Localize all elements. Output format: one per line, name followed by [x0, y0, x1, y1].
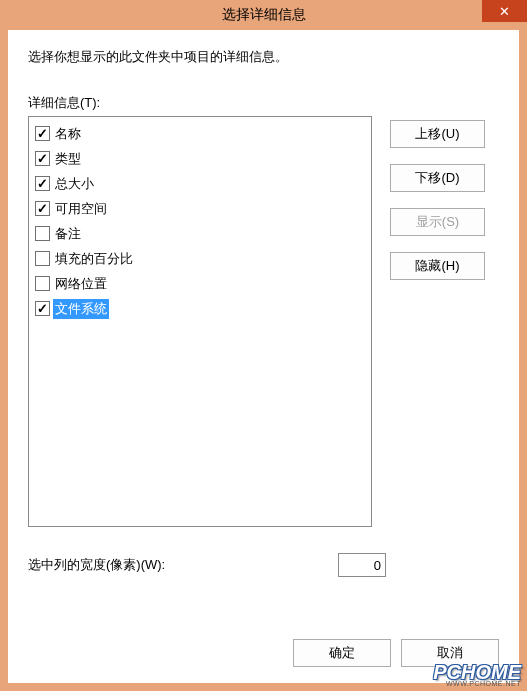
list-item-label: 网络位置 [53, 274, 109, 294]
list-item[interactable]: 名称 [35, 121, 365, 146]
show-button[interactable]: 显示(S) [390, 208, 485, 236]
list-item-label: 名称 [53, 124, 83, 144]
move-up-button[interactable]: 上移(U) [390, 120, 485, 148]
close-button[interactable]: ✕ [482, 0, 527, 22]
width-row: 选中列的宽度(像素)(W): [28, 553, 499, 577]
list-item-label: 备注 [53, 224, 83, 244]
checkbox[interactable] [35, 176, 50, 191]
instruction-text: 选择你想显示的此文件夹中项目的详细信息。 [28, 48, 499, 66]
list-item[interactable]: 网络位置 [35, 271, 365, 296]
list-item[interactable]: 类型 [35, 146, 365, 171]
list-item-label: 类型 [53, 149, 83, 169]
bottom-buttons: 确定 取消 [293, 639, 499, 667]
list-item[interactable]: 备注 [35, 221, 365, 246]
checkbox[interactable] [35, 126, 50, 141]
list-item-label: 文件系统 [53, 299, 109, 319]
list-item-label: 可用空间 [53, 199, 109, 219]
list-item[interactable]: 文件系统 [35, 296, 365, 321]
checkbox[interactable] [35, 151, 50, 166]
checkbox[interactable] [35, 276, 50, 291]
close-icon: ✕ [499, 4, 510, 19]
checkbox[interactable] [35, 226, 50, 241]
list-item-label: 总大小 [53, 174, 96, 194]
move-down-button[interactable]: 下移(D) [390, 164, 485, 192]
window-title: 选择详细信息 [222, 6, 306, 24]
checkbox[interactable] [35, 301, 50, 316]
hide-button[interactable]: 隐藏(H) [390, 252, 485, 280]
cancel-button[interactable]: 取消 [401, 639, 499, 667]
list-item[interactable]: 总大小 [35, 171, 365, 196]
checkbox[interactable] [35, 201, 50, 216]
details-listbox[interactable]: 名称类型总大小可用空间备注填充的百分比网络位置文件系统 [28, 116, 372, 527]
list-item[interactable]: 可用空间 [35, 196, 365, 221]
titlebar: 选择详细信息 ✕ [0, 0, 527, 30]
width-label: 选中列的宽度(像素)(W): [28, 556, 165, 574]
checkbox[interactable] [35, 251, 50, 266]
list-item[interactable]: 填充的百分比 [35, 246, 365, 271]
list-item-label: 填充的百分比 [53, 249, 135, 269]
ok-button[interactable]: 确定 [293, 639, 391, 667]
dialog-content: 选择你想显示的此文件夹中项目的详细信息。 详细信息(T): 名称类型总大小可用空… [8, 30, 519, 683]
width-input[interactable] [338, 553, 386, 577]
side-buttons: 上移(U) 下移(D) 显示(S) 隐藏(H) [390, 116, 485, 527]
list-label: 详细信息(T): [28, 94, 499, 112]
